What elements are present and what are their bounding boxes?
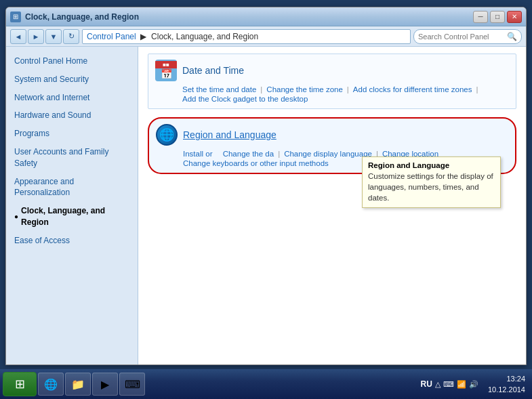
clock-area[interactable]: 13:24 10.12.2014	[484, 373, 529, 396]
active-bullet: ●	[14, 212, 18, 222]
sidebar-item-appearance[interactable]: Appearance and Personalization	[6, 173, 138, 203]
title-bar: ⊞ Clock, Language, and Region ─ □ ✕	[6, 7, 526, 26]
address-bar: ◄ ► ▼ ↻ Control Panel ▶ Clock, Language,…	[6, 26, 526, 47]
sidebar-item-user-accounts[interactable]: User Accounts and Family Safety	[6, 143, 138, 173]
nav-buttons: ◄ ► ▼ ↻	[10, 29, 79, 44]
add-clocks-link[interactable]: Add clocks for different time zones	[353, 85, 472, 93]
sidebar-item-ease-of-access[interactable]: Ease of Access	[6, 232, 138, 250]
region-language-header: 🌐 Region and Language	[156, 124, 508, 146]
sidebar-item-clock-label: Clock, Language, and Region	[21, 205, 129, 228]
date-time-section: ■■ 📅 Date and Time Set the time and date…	[148, 54, 516, 109]
start-button[interactable]: ⊞	[3, 372, 37, 396]
sidebar-item-control-panel-home[interactable]: Control Panel Home	[6, 52, 138, 70]
minimize-button[interactable]: ─	[473, 11, 488, 23]
tray-expand-icon[interactable]: △	[435, 380, 441, 389]
sidebar-item-clock-language[interactable]: ● Clock, Language, and Region	[6, 202, 138, 232]
region-language-icon: 🌐	[156, 124, 178, 146]
tooltip-title: Region and Language	[368, 161, 495, 169]
change-display-language-link[interactable]: Change display language	[284, 150, 372, 158]
breadcrumb: Control Panel ▶ Clock, Language, and Reg…	[87, 32, 258, 41]
tooltip-body: Customize settings for the display of la…	[368, 171, 495, 203]
sidebar-item-hardware-sound[interactable]: Hardware and Sound	[6, 106, 138, 125]
clock-time: 13:24	[488, 373, 525, 385]
tray-network-icon[interactable]: 📶	[457, 380, 466, 389]
date-time-header: ■■ 📅 Date and Time	[155, 60, 509, 81]
taskbar-keyboard-icon[interactable]: ⌨	[119, 373, 145, 396]
date-time-links: Set the time and date | Change the time …	[155, 85, 509, 93]
clock-date: 10.12.2014	[488, 384, 525, 396]
main-window: ⊞ Clock, Language, and Region ─ □ ✕ ◄ ► …	[5, 7, 527, 365]
search-box[interactable]: 🔍	[413, 29, 522, 44]
region-language-title[interactable]: Region and Language	[183, 129, 277, 140]
window-icon: ⊞	[10, 12, 21, 22]
maximize-button[interactable]: □	[490, 11, 505, 23]
dropdown-button[interactable]: ▼	[45, 29, 62, 44]
date-time-title: Date and Time	[182, 65, 244, 76]
taskbar-explorer-icon[interactable]: 📁	[65, 373, 91, 396]
refresh-button[interactable]: ↻	[63, 29, 79, 44]
breadcrumb-control-panel[interactable]: Control Panel	[87, 32, 136, 41]
install-languages-link[interactable]: Install or	[183, 150, 212, 158]
tray-volume-icon[interactable]: 🔊	[469, 380, 478, 389]
close-button[interactable]: ✕	[507, 11, 522, 23]
add-clock-gadget-link[interactable]: Add the Clock gadget to the desktop	[182, 95, 308, 103]
date-time-icon: ■■ 📅	[155, 60, 177, 81]
search-icon: 🔍	[507, 32, 517, 41]
main-panel: ■■ 📅 Date and Time Set the time and date…	[138, 47, 526, 364]
title-bar-buttons: ─ □ ✕	[473, 11, 522, 23]
sidebar-item-network-internet[interactable]: Network and Internet	[6, 89, 138, 107]
language-indicator[interactable]: RU	[421, 379, 432, 389]
change-keyboards-link[interactable]: Change keyboards or other input methods	[183, 159, 329, 167]
window-title: Clock, Language, and Region	[25, 12, 473, 22]
taskbar-ie-icon[interactable]: 🌐	[38, 373, 64, 396]
tray-keyboard-icon[interactable]: ⌨	[443, 380, 454, 389]
set-time-date-link[interactable]: Set the time and date	[182, 85, 256, 93]
breadcrumb-current: Clock, Language, and Region	[151, 32, 258, 41]
back-button[interactable]: ◄	[10, 29, 26, 44]
forward-button[interactable]: ►	[28, 29, 44, 44]
address-input[interactable]: Control Panel ▶ Clock, Language, and Reg…	[82, 29, 411, 44]
system-tray: RU △ ⌨ 📶 🔊	[417, 369, 483, 399]
change-date-format-link[interactable]: Change the da	[223, 150, 274, 158]
search-input[interactable]	[418, 33, 504, 41]
taskbar: ⊞ 🌐 📁 ▶ ⌨ RU △ ⌨ 📶 🔊 13:24 10.12.2014	[0, 369, 532, 399]
taskbar-media-icon[interactable]: ▶	[92, 373, 118, 396]
tooltip: Region and Language Customize settings f…	[362, 156, 501, 208]
sidebar-item-programs[interactable]: Programs	[6, 125, 138, 143]
content-area: Control Panel Home System and Security N…	[6, 47, 526, 364]
date-time-links2: Add the Clock gadget to the desktop	[155, 95, 509, 103]
sidebar: Control Panel Home System and Security N…	[6, 47, 138, 364]
sidebar-item-system-security[interactable]: System and Security	[6, 70, 138, 89]
change-timezone-link[interactable]: Change the time zone	[266, 85, 343, 93]
